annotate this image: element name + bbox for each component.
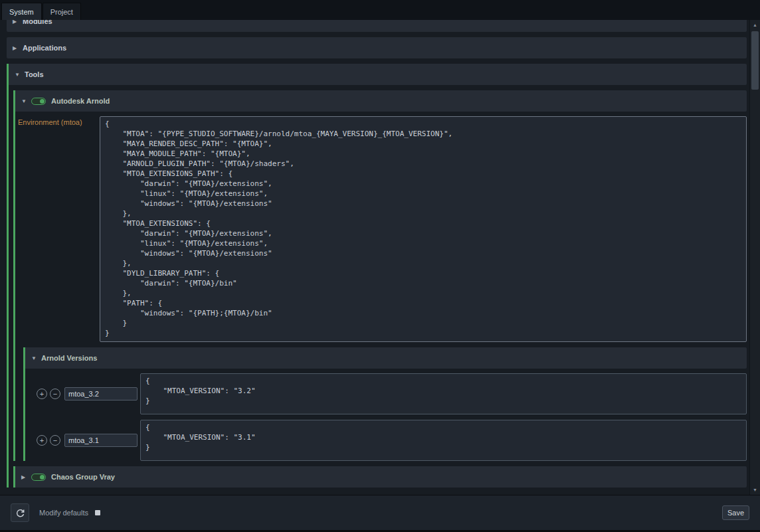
settings-scroll-area: ▶ Modules ▶ Applications ▼ Tools ▼	[0, 20, 749, 495]
add-version-button[interactable]: +	[37, 389, 47, 399]
section-header-tools[interactable]: ▼ Tools	[9, 64, 747, 85]
tools-body: ▼ Autodesk Arnold Environment (mtoa) { "…	[9, 90, 747, 488]
group-header-vray[interactable]: ▶ Chaos Group Vray	[15, 466, 747, 488]
chevron-right-icon: ▶	[21, 474, 31, 480]
version-row-controls: + −	[37, 373, 140, 414]
section-label-applications: Applications	[23, 44, 66, 52]
group-arnold: ▼ Autodesk Arnold Environment (mtoa) { "…	[13, 90, 747, 461]
chevron-right-icon: ▶	[13, 20, 23, 25]
group-title-arnold-versions: Arnold Versions	[41, 354, 97, 362]
scrollbar-thumb[interactable]	[751, 31, 759, 90]
version-row-controls: + −	[37, 420, 140, 461]
environment-field-row: Environment (mtoa) { "MTOA": "{PYPE_STUD…	[17, 116, 747, 342]
chevron-down-icon: ▼	[21, 98, 31, 104]
section-header-applications[interactable]: ▶ Applications	[7, 37, 747, 58]
chevron-right-icon: ▶	[13, 45, 23, 51]
settings-window: System Project ▶ Modules ▶ Applications …	[0, 0, 760, 532]
version-json-textarea[interactable]: { "MTOA_VERSION": "3.1" }	[140, 420, 747, 461]
section-label-tools: Tools	[25, 70, 44, 78]
versions-body: + − { "MTOA_VERSION": "3.2" }	[25, 373, 747, 461]
add-version-button[interactable]: +	[37, 435, 47, 446]
vertical-scrollbar[interactable]: ▲ ▼	[749, 20, 760, 495]
footer-bar: Modify defaults Save	[0, 495, 760, 532]
save-button[interactable]: Save	[722, 505, 749, 520]
tab-project[interactable]: Project	[43, 3, 81, 20]
refresh-icon	[15, 508, 25, 518]
group-title-vray: Chaos Group Vray	[51, 473, 115, 481]
tab-system[interactable]: System	[1, 3, 42, 20]
scrollbar-track[interactable]	[750, 30, 760, 485]
arnold-body: Environment (mtoa) { "MTOA": "{PYPE_STUD…	[15, 116, 747, 461]
section-header-modules[interactable]: ▶ Modules	[7, 20, 747, 32]
version-json-textarea[interactable]: { "MTOA_VERSION": "3.2" }	[140, 373, 747, 414]
toggle-on-icon[interactable]	[31, 474, 46, 481]
toggle-knob	[40, 475, 45, 480]
group-arnold-versions: ▼ Arnold Versions + −	[23, 347, 747, 461]
toggle-on-icon[interactable]	[31, 98, 46, 105]
chevron-down-icon: ▼	[15, 72, 25, 78]
group-header-arnold-versions[interactable]: ▼ Arnold Versions	[25, 347, 747, 369]
version-key-input[interactable]	[64, 387, 138, 400]
section-tools: ▼ Tools ▼ Autodesk Arnold	[7, 64, 747, 488]
remove-version-button[interactable]: −	[50, 389, 60, 399]
scroll-up-button[interactable]: ▲	[750, 20, 760, 30]
environment-json-textarea[interactable]: { "MTOA": "{PYPE_STUDIO_SOFTWARE}/arnold…	[100, 116, 747, 342]
version-row: + − { "MTOA_VERSION": "3.1" }	[25, 420, 747, 461]
version-row: + − { "MTOA_VERSION": "3.2" }	[25, 373, 747, 414]
remove-version-button[interactable]: −	[50, 435, 60, 446]
section-label-modules: Modules	[23, 20, 52, 25]
modify-defaults-checkbox[interactable]	[95, 510, 100, 515]
toggle-knob	[40, 99, 45, 104]
modify-defaults-label: Modify defaults	[39, 509, 88, 517]
refresh-button[interactable]	[11, 503, 29, 522]
environment-label: Environment (mtoa)	[18, 116, 96, 126]
scroll-down-button[interactable]: ▼	[750, 485, 760, 495]
group-title-arnold: Autodesk Arnold	[51, 97, 110, 105]
settings-content: ▶ Modules ▶ Applications ▼ Tools ▼	[0, 20, 760, 495]
group-vray: ▶ Chaos Group Vray	[13, 466, 747, 488]
tab-bar: System Project	[0, 0, 760, 20]
version-key-input[interactable]	[64, 434, 138, 447]
chevron-down-icon: ▼	[31, 355, 41, 361]
group-header-arnold[interactable]: ▼ Autodesk Arnold	[15, 90, 747, 112]
